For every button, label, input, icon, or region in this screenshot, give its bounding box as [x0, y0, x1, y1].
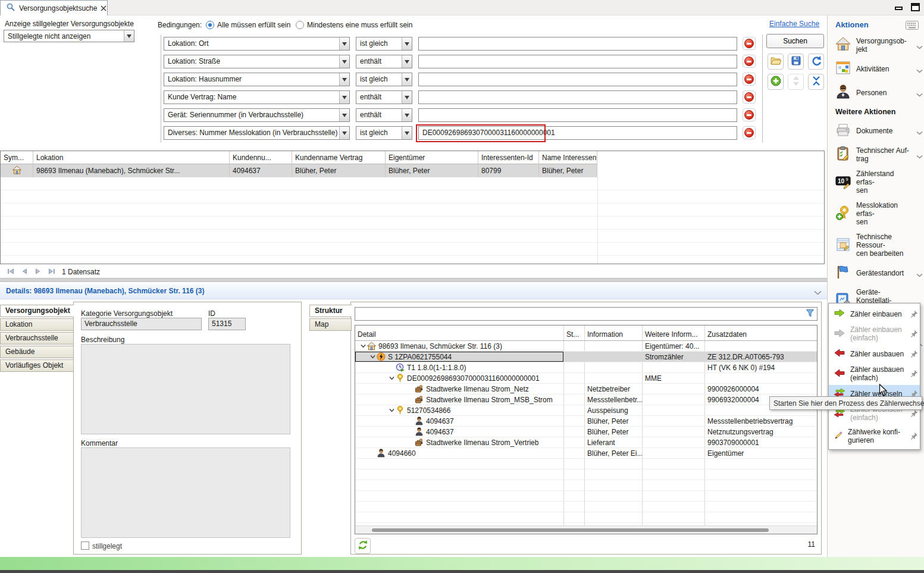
column-header-kundenname-vertrag[interactable]: Kundenname Vertrag: [292, 151, 386, 164]
pushpin-icon[interactable]: [910, 330, 918, 340]
tree-row[interactable]: Stadtwerke Ilmenau Strom_VertriebLiefera…: [355, 437, 817, 448]
chevron-down-icon[interactable]: [402, 109, 412, 121]
condition-field-select[interactable]: Diverses: Nummer Messlokation (in Verbra…: [164, 126, 350, 140]
keyboard-icon[interactable]: [906, 21, 919, 32]
radio-all-label[interactable]: Alle müssen erfüllt sein: [217, 21, 290, 29]
condition-field-select[interactable]: Lokation: Straße: [164, 55, 350, 68]
chevron-down-icon[interactable]: [916, 67, 923, 75]
last-record-button[interactable]: [46, 266, 58, 278]
action-personen[interactable]: Personen: [835, 84, 924, 101]
tree-row[interactable]: Stadtwerke Ilmenau Strom_MSB_StromMessst…: [355, 394, 817, 405]
chevron-down-icon[interactable]: [339, 55, 349, 68]
column-header-interessenten-id[interactable]: Interessenten-Id: [478, 151, 539, 164]
stillgelegt-checkbox[interactable]: [81, 541, 89, 550]
tree-column-header-detail[interactable]: Detail: [355, 325, 564, 340]
add-condition-button[interactable]: [768, 74, 784, 90]
column-header-sym[interactable]: Sym...: [1, 151, 33, 164]
tab-close-icon[interactable]: [101, 5, 107, 11]
refresh-button[interactable]: [355, 538, 371, 554]
chevron-down-icon[interactable]: [402, 91, 412, 104]
chevron-down-icon[interactable]: [916, 271, 923, 279]
kategorie-field[interactable]: Verbrauchsstelle: [81, 318, 202, 330]
chevron-down-icon[interactable]: [339, 73, 349, 86]
structure-tab-struktur[interactable]: Struktur: [309, 305, 352, 317]
condition-operator-select[interactable]: ist gleich: [356, 73, 412, 86]
previous-record-button[interactable]: [18, 266, 30, 278]
chevron-down-icon[interactable]: [402, 73, 412, 86]
column-header-kundennu[interactable]: Kundennu...: [230, 151, 292, 164]
condition-value-input[interactable]: [418, 73, 737, 86]
remove-condition-button[interactable]: [743, 108, 756, 121]
action-technischer-auftrag[interactable]: Technischer Auf-trag: [835, 146, 924, 163]
chevron-down-icon[interactable]: [339, 91, 349, 104]
action-zaehlerstand-erfassen[interactable]: 109Zählerstand erfas-sen: [835, 170, 924, 195]
tree-column-header-weitere-inform[interactable]: Weitere Inform...: [643, 325, 705, 340]
search-button[interactable]: Suchen: [766, 34, 824, 48]
condition-field-select[interactable]: Kunde Vertrag: Name: [164, 90, 350, 104]
horizontal-splitter[interactable]: [0, 278, 827, 282]
kommentar-textarea[interactable]: [81, 447, 290, 538]
reorder-condition-button[interactable]: [788, 74, 804, 90]
minimize-button[interactable]: [890, 1, 907, 12]
simple-search-link[interactable]: Einfache Suche: [769, 20, 819, 28]
action-messlokation-erfassen[interactable]: Messlokation erfas-sen: [835, 201, 924, 226]
condition-operator-select[interactable]: enthält: [356, 108, 412, 122]
structure-filter-input[interactable]: [355, 307, 817, 321]
table-row[interactable]: 98693 Ilmenau (Manebach), Schmücker Str.…: [1, 164, 824, 177]
pushpin-icon[interactable]: [910, 350, 918, 360]
condition-value-input[interactable]: DE0009269869307000031160000000001: [418, 126, 737, 140]
pushpin-icon[interactable]: [910, 310, 918, 320]
horizontal-scrollbar[interactable]: [355, 525, 817, 534]
save-search-button[interactable]: [788, 54, 804, 70]
collapse-conditions-button[interactable]: [808, 74, 824, 90]
expander-icon[interactable]: [359, 343, 367, 349]
details-tab-verbrauchsstelle[interactable]: Verbrauchsstelle: [0, 332, 74, 345]
condition-field-select[interactable]: Lokation: Hausnummer: [164, 73, 350, 86]
tree-row[interactable]: 98693 Ilmenau, Schmücker Str. 116 (3)Eig…: [355, 341, 817, 352]
expander-icon[interactable]: [368, 354, 377, 359]
pushpin-icon[interactable]: [910, 409, 918, 419]
tree-row[interactable]: DE0009269869307000031160000000001MME: [355, 373, 817, 384]
condition-operator-select[interactable]: enthält: [356, 55, 412, 68]
remove-condition-button[interactable]: [743, 90, 756, 104]
tree-row[interactable]: S 1ZPA0621755044StromzählerZE 312.DR.A0T…: [355, 352, 817, 362]
action-dokumente[interactable]: Dokumente: [835, 122, 924, 139]
tree-column-header-zusatzdaten[interactable]: Zusatzdaten: [705, 325, 817, 340]
first-record-button[interactable]: [5, 266, 17, 278]
chevron-down-icon[interactable]: [916, 90, 923, 99]
condition-operator-select[interactable]: ist gleich: [356, 126, 412, 140]
tree-row[interactable]: 4094637Blüher, PeterMessstellenbetriebsv…: [355, 416, 817, 427]
details-tab-versorgungsobjekt[interactable]: Versorgungsobjekt: [0, 305, 74, 317]
open-search-button[interactable]: [768, 54, 784, 70]
remove-condition-button[interactable]: [743, 126, 756, 139]
column-header-name-interessent[interactable]: Name Interessent: [539, 151, 597, 164]
condition-value-input[interactable]: [418, 55, 737, 68]
next-record-button[interactable]: [32, 266, 44, 278]
tab-versorgungsobjektsuche[interactable]: Versorgungsobjektsuche: [0, 0, 108, 15]
tree-column-header-st[interactable]: St...: [564, 325, 585, 340]
pushpin-icon[interactable]: [910, 370, 918, 380]
details-tab-lokation[interactable]: Lokation: [0, 318, 74, 331]
stillgelegt-label[interactable]: stillgelegt: [92, 542, 122, 550]
condition-field-select[interactable]: Gerät: Seriennummer (in Verbrauchsstelle…: [164, 108, 350, 122]
column-header-lokation[interactable]: Lokation: [33, 151, 230, 164]
structure-tab-map[interactable]: Map: [309, 318, 352, 331]
action-technische-ressourcen-bearbeiten[interactable]: Technische Ressour-cen bearbeiten: [835, 233, 924, 258]
column-header-eigentuemer[interactable]: Eigentümer: [386, 151, 478, 164]
action-versorgungsobjekt[interactable]: Versorgungsob-jekt: [835, 36, 924, 54]
tree-row[interactable]: T1 1.8.0(1-1:1.8.0)HT (VK 6 NK 0) #194: [355, 362, 817, 373]
condition-value-input[interactable]: [418, 108, 737, 122]
tree-row[interactable]: 4094660Blüher, Peter Ei...Eigentümer: [355, 448, 817, 459]
remove-condition-button[interactable]: [743, 37, 756, 50]
tree-column-header-information[interactable]: Information: [585, 325, 643, 340]
tree-row[interactable]: 51270534866Ausspeisung: [355, 405, 817, 416]
chevron-down-icon[interactable]: [402, 127, 412, 139]
condition-field-select[interactable]: Lokation: Ort: [164, 37, 350, 51]
chevron-down-icon[interactable]: [339, 37, 349, 50]
filter-funnel-icon[interactable]: [806, 309, 815, 320]
menu-item-zaehlwerke-konfigurieren[interactable]: Zählwerke konfi-gurieren: [829, 425, 920, 447]
details-tab-vorlaeufiges-objekt[interactable]: Vorläufiges Objekt: [0, 359, 74, 372]
tree-row[interactable]: Stadtwerke Ilmenau Strom_NetzNetzbetreib…: [355, 384, 817, 394]
remove-condition-button[interactable]: [743, 55, 756, 68]
menu-item-zaehler-einbauen[interactable]: Zähler einbauen: [829, 305, 920, 322]
